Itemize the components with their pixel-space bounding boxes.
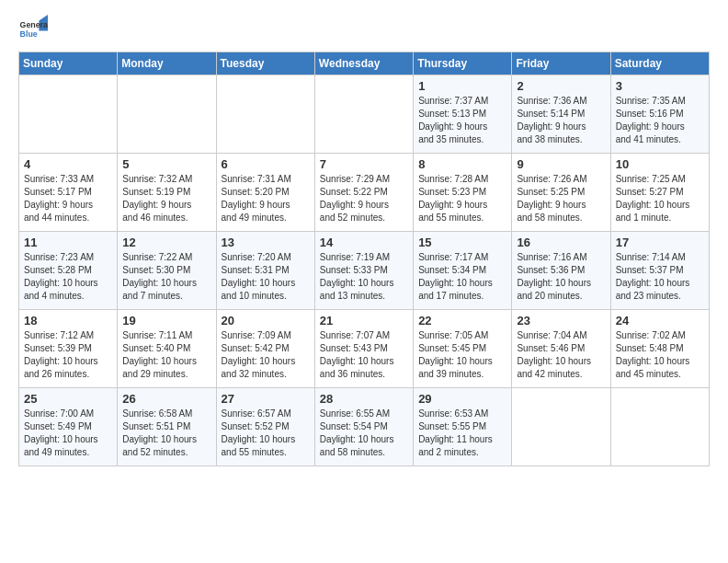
calendar-cell: 15Sunrise: 7:17 AM Sunset: 5:34 PM Dayli… [414, 232, 512, 310]
cell-info: Sunrise: 7:28 AM Sunset: 5:23 PM Dayligh… [418, 173, 506, 224]
day-number: 17 [616, 236, 704, 249]
day-number: 26 [122, 392, 210, 406]
day-number: 18 [24, 314, 112, 327]
logo: General Blue [18, 15, 48, 44]
calendar-cell [216, 75, 314, 154]
day-number: 14 [320, 236, 408, 249]
week-row-4: 18Sunrise: 7:12 AM Sunset: 5:39 PM Dayli… [19, 310, 710, 388]
day-number: 5 [122, 157, 210, 171]
calendar-cell: 19Sunrise: 7:11 AM Sunset: 5:40 PM Dayli… [118, 310, 216, 388]
cell-info: Sunrise: 7:05 AM Sunset: 5:45 PM Dayligh… [418, 329, 506, 381]
cell-info: Sunrise: 7:16 AM Sunset: 5:36 PM Dayligh… [517, 251, 605, 303]
calendar-cell: 12Sunrise: 7:22 AM Sunset: 5:30 PM Dayli… [118, 232, 216, 310]
calendar-cell: 2Sunrise: 7:36 AM Sunset: 5:14 PM Daylig… [512, 75, 610, 154]
calendar-cell: 11Sunrise: 7:23 AM Sunset: 5:28 PM Dayli… [19, 232, 118, 310]
cell-info: Sunrise: 7:11 AM Sunset: 5:40 PM Dayligh… [122, 329, 210, 381]
day-number: 2 [517, 79, 605, 93]
day-header-tuesday: Tuesday [216, 52, 314, 75]
svg-text:Blue: Blue [20, 29, 38, 39]
svg-text:General: General [20, 20, 48, 29]
day-header-thursday: Thursday [414, 52, 512, 75]
calendar-cell: 9Sunrise: 7:26 AM Sunset: 5:25 PM Daylig… [512, 154, 610, 232]
cell-info: Sunrise: 7:29 AM Sunset: 5:22 PM Dayligh… [320, 173, 408, 224]
header-row: SundayMondayTuesdayWednesdayThursdayFrid… [19, 52, 710, 75]
logo-icon: General Blue [18, 15, 48, 44]
calendar-cell: 14Sunrise: 7:19 AM Sunset: 5:33 PM Dayli… [314, 232, 413, 310]
calendar-cell: 13Sunrise: 7:20 AM Sunset: 5:31 PM Dayli… [216, 232, 314, 310]
day-number: 8 [418, 157, 506, 171]
calendar-cell: 8Sunrise: 7:28 AM Sunset: 5:23 PM Daylig… [414, 154, 512, 232]
day-number: 22 [418, 314, 506, 327]
day-number: 23 [517, 314, 605, 327]
calendar-cell: 6Sunrise: 7:31 AM Sunset: 5:20 PM Daylig… [216, 154, 314, 232]
calendar-cell [512, 388, 610, 466]
cell-info: Sunrise: 7:26 AM Sunset: 5:25 PM Dayligh… [517, 173, 605, 224]
cell-info: Sunrise: 6:57 AM Sunset: 5:52 PM Dayligh… [222, 408, 310, 459]
calendar-cell: 26Sunrise: 6:58 AM Sunset: 5:51 PM Dayli… [118, 388, 216, 466]
calendar-cell: 23Sunrise: 7:04 AM Sunset: 5:46 PM Dayli… [512, 310, 610, 388]
day-number: 13 [222, 236, 310, 249]
day-number: 16 [517, 236, 605, 249]
day-number: 11 [24, 236, 112, 249]
cell-info: Sunrise: 7:23 AM Sunset: 5:28 PM Dayligh… [24, 251, 112, 303]
calendar-cell: 10Sunrise: 7:25 AM Sunset: 5:27 PM Dayli… [610, 154, 709, 232]
day-number: 19 [122, 314, 210, 327]
calendar-cell: 28Sunrise: 6:55 AM Sunset: 5:54 PM Dayli… [314, 388, 413, 466]
day-number: 10 [616, 157, 704, 171]
day-number: 24 [616, 314, 704, 327]
calendar-cell [19, 75, 118, 154]
day-header-sunday: Sunday [19, 52, 118, 75]
cell-info: Sunrise: 7:31 AM Sunset: 5:20 PM Dayligh… [222, 173, 310, 224]
day-number: 6 [222, 157, 310, 171]
cell-info: Sunrise: 7:33 AM Sunset: 5:17 PM Dayligh… [24, 173, 112, 224]
cell-info: Sunrise: 7:25 AM Sunset: 5:27 PM Dayligh… [616, 173, 704, 224]
day-number: 29 [418, 392, 506, 406]
day-number: 12 [122, 236, 210, 249]
calendar-cell: 24Sunrise: 7:02 AM Sunset: 5:48 PM Dayli… [610, 310, 709, 388]
week-row-5: 25Sunrise: 7:00 AM Sunset: 5:49 PM Dayli… [19, 388, 710, 466]
cell-info: Sunrise: 7:36 AM Sunset: 5:14 PM Dayligh… [517, 95, 605, 146]
day-header-friday: Friday [512, 52, 610, 75]
calendar-cell: 22Sunrise: 7:05 AM Sunset: 5:45 PM Dayli… [414, 310, 512, 388]
cell-info: Sunrise: 7:12 AM Sunset: 5:39 PM Dayligh… [24, 329, 112, 381]
cell-info: Sunrise: 7:32 AM Sunset: 5:19 PM Dayligh… [122, 173, 210, 224]
cell-info: Sunrise: 7:35 AM Sunset: 5:16 PM Dayligh… [616, 95, 704, 146]
cell-info: Sunrise: 7:02 AM Sunset: 5:48 PM Dayligh… [616, 329, 704, 381]
cell-info: Sunrise: 7:07 AM Sunset: 5:43 PM Dayligh… [320, 329, 408, 381]
cell-info: Sunrise: 6:58 AM Sunset: 5:51 PM Dayligh… [122, 408, 210, 459]
calendar-cell [314, 75, 413, 154]
calendar-cell: 25Sunrise: 7:00 AM Sunset: 5:49 PM Dayli… [19, 388, 118, 466]
cell-info: Sunrise: 7:37 AM Sunset: 5:13 PM Dayligh… [418, 95, 506, 146]
day-number: 21 [320, 314, 408, 327]
day-number: 4 [24, 157, 112, 171]
day-number: 1 [418, 79, 506, 93]
calendar-cell: 17Sunrise: 7:14 AM Sunset: 5:37 PM Dayli… [610, 232, 709, 310]
cell-info: Sunrise: 7:17 AM Sunset: 5:34 PM Dayligh… [418, 251, 506, 303]
day-number: 25 [24, 392, 112, 406]
calendar-cell: 3Sunrise: 7:35 AM Sunset: 5:16 PM Daylig… [610, 75, 709, 154]
day-number: 7 [320, 157, 408, 171]
calendar-cell: 1Sunrise: 7:37 AM Sunset: 5:13 PM Daylig… [414, 75, 512, 154]
day-number: 20 [222, 314, 310, 327]
calendar-cell: 7Sunrise: 7:29 AM Sunset: 5:22 PM Daylig… [314, 154, 413, 232]
calendar-cell: 18Sunrise: 7:12 AM Sunset: 5:39 PM Dayli… [19, 310, 118, 388]
day-number: 28 [320, 392, 408, 406]
calendar-cell: 16Sunrise: 7:16 AM Sunset: 5:36 PM Dayli… [512, 232, 610, 310]
calendar-cell: 20Sunrise: 7:09 AM Sunset: 5:42 PM Dayli… [216, 310, 314, 388]
cell-info: Sunrise: 7:00 AM Sunset: 5:49 PM Dayligh… [24, 408, 112, 459]
day-number: 15 [418, 236, 506, 249]
week-row-1: 1Sunrise: 7:37 AM Sunset: 5:13 PM Daylig… [19, 75, 710, 154]
calendar-table: SundayMondayTuesdayWednesdayThursdayFrid… [18, 52, 710, 466]
cell-info: Sunrise: 7:14 AM Sunset: 5:37 PM Dayligh… [616, 251, 704, 303]
calendar-cell: 5Sunrise: 7:32 AM Sunset: 5:19 PM Daylig… [118, 154, 216, 232]
cell-info: Sunrise: 7:04 AM Sunset: 5:46 PM Dayligh… [517, 329, 605, 381]
day-number: 3 [616, 79, 704, 93]
calendar-cell [610, 388, 709, 466]
cell-info: Sunrise: 7:22 AM Sunset: 5:30 PM Dayligh… [122, 251, 210, 303]
cell-info: Sunrise: 6:55 AM Sunset: 5:54 PM Dayligh… [320, 408, 408, 459]
calendar-cell [118, 75, 216, 154]
week-row-2: 4Sunrise: 7:33 AM Sunset: 5:17 PM Daylig… [19, 154, 710, 232]
calendar-cell: 4Sunrise: 7:33 AM Sunset: 5:17 PM Daylig… [19, 154, 118, 232]
cell-info: Sunrise: 6:53 AM Sunset: 5:55 PM Dayligh… [418, 408, 506, 459]
day-number: 9 [517, 157, 605, 171]
